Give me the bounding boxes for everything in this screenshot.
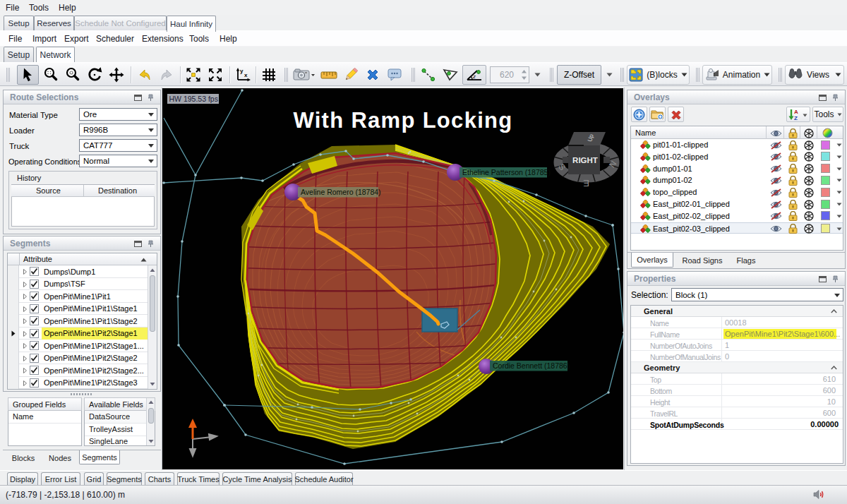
svg-text:Etheline Patterson (18785): Etheline Patterson (18785) [462, 168, 551, 176]
svg-text:x: x [244, 72, 248, 78]
svg-text:Aveline Romero (18784): Aveline Romero (18784) [301, 188, 381, 196]
svg-text:RIGHT: RIGHT [572, 156, 598, 164]
svg-text:Cordie Bennett (18786): Cordie Bennett (18786) [493, 361, 570, 370]
svg-text:HW 195.53 fps: HW 195.53 fps [169, 95, 218, 103]
svg-text:With Ramp Locking: With Ramp Locking [293, 108, 512, 133]
svg-text:z: z [472, 73, 476, 80]
svg-text:A: A [794, 109, 798, 115]
svg-text:y: y [240, 68, 244, 74]
svg-text:E: E [583, 178, 589, 188]
svg-text:Z: Z [794, 115, 798, 121]
